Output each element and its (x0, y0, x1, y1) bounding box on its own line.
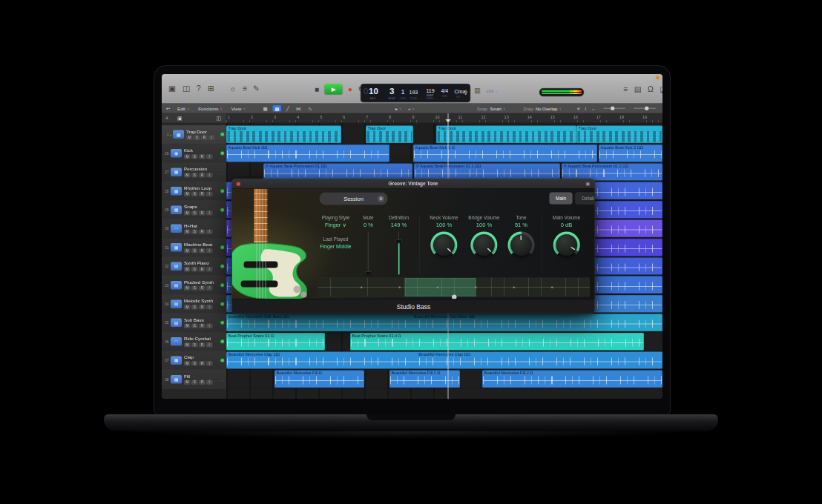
s-button[interactable]: S (191, 192, 198, 197)
i-button[interactable]: I (206, 380, 213, 385)
i-button[interactable]: I (206, 229, 213, 234)
play-button[interactable]: ▶ (325, 84, 343, 95)
region-aquatic-beat-kick[interactable]: Aquatic Beat Kick ΩΩ (226, 145, 389, 162)
slider-thumb[interactable] (365, 271, 372, 275)
r-button[interactable]: R (199, 267, 206, 272)
knob-bridge-volume[interactable] (471, 232, 498, 259)
fit-zoom-icon[interactable]: ↔ (591, 106, 596, 111)
r-button[interactable]: R (201, 135, 208, 140)
menu-functions[interactable]: Functions∨ (198, 106, 223, 111)
i-button[interactable]: I (206, 248, 213, 253)
r-button[interactable]: R (199, 380, 206, 385)
s-button[interactable]: S (191, 173, 198, 178)
track-row-snaps[interactable]: 29▦SnapsMSRI (162, 201, 226, 219)
r-button[interactable]: R (199, 361, 206, 366)
waveform-zoom-icon[interactable]: ✳ (576, 106, 580, 111)
camera-icon[interactable]: ▣ (168, 84, 176, 93)
panels-icon[interactable]: ◫ (183, 84, 190, 93)
i-button[interactable]: I (208, 135, 215, 140)
display-add-icon[interactable]: ⊞ (208, 84, 214, 93)
menu-view[interactable]: View∨ (231, 106, 246, 111)
m-button[interactable]: M (184, 248, 191, 253)
m-button[interactable]: M (184, 342, 191, 348)
r-button[interactable]: R (199, 192, 206, 197)
region-aquatic-beat-kick-1[interactable]: Aquatic Beat Kick.1 Ω (413, 145, 597, 162)
r-button[interactable]: R (199, 342, 206, 348)
i-button[interactable]: I (206, 342, 213, 348)
region-beautiful-memories-fill[interactable]: Beautiful Memories Fill Ω (274, 371, 364, 388)
s-button[interactable]: S (191, 342, 198, 348)
track-row-percussion[interactable]: 27▦PercussionMSRI (162, 163, 226, 182)
track-row-fill[interactable]: 38▦FillMSRI (162, 370, 226, 388)
s-button[interactable]: S (191, 154, 198, 159)
m-button[interactable]: M (184, 286, 191, 291)
s-button[interactable]: S (191, 380, 198, 385)
s-button[interactable]: S (191, 248, 198, 253)
r-button[interactable]: R (199, 210, 206, 216)
stop-button[interactable]: ■ (315, 84, 319, 95)
note-pads-icon[interactable]: ▤ (634, 84, 642, 94)
varispeed-icon[interactable]: ∿ (306, 105, 314, 112)
region-beat-prophet-snare-01-4[interactable]: Beat Prophet Snare 01.4 Ω (350, 333, 644, 350)
m-button[interactable]: M (184, 323, 191, 328)
s-button[interactable]: S (191, 361, 198, 366)
bar-ruler[interactable]: 12345678910111213141516171819 (226, 113, 662, 123)
i-button[interactable]: I (206, 173, 213, 178)
track-row-clap[interactable]: 37▦ClapMSRI (162, 351, 226, 370)
link-icon[interactable]: ▣ (585, 181, 590, 187)
command-click-tool-button[interactable]: +∨ (408, 106, 414, 111)
help-icon[interactable]: ? (197, 84, 201, 93)
catch-playhead-icon[interactable]: ↩ (166, 104, 170, 113)
m-button[interactable]: M (184, 380, 191, 385)
m-button[interactable]: M (184, 305, 191, 310)
track-row-melodic-synth[interactable]: 34▤Melodic SynthMSRI (162, 295, 226, 314)
knob-tone[interactable] (508, 232, 535, 259)
secondary-display-icon[interactable]: ▥ (474, 86, 481, 94)
m-button[interactable]: M (184, 229, 191, 234)
i-button[interactable]: I (206, 323, 213, 328)
region-beautiful-memories-fill-1[interactable]: Beautiful Memories Fill.1 Ω (389, 371, 460, 388)
m-button[interactable]: M (186, 135, 193, 140)
m-button[interactable]: M (184, 173, 191, 178)
i-button[interactable]: I (206, 361, 213, 366)
snap-dropdown[interactable]: Snap: Smart ∨ (477, 104, 505, 113)
region-aquatic-beat-kick-2[interactable]: Aquatic Beat Kick.2 ΩΩ (599, 145, 662, 162)
left-click-tool-button[interactable]: ▸∨ (395, 106, 401, 111)
r-button[interactable]: R (199, 323, 206, 328)
track-row-rhythm-loop[interactable]: 28▦Rhythm LoopMSRI (162, 182, 226, 200)
media-browser-icon[interactable]: ◪ (660, 84, 662, 94)
r-button[interactable]: R (199, 286, 206, 291)
slider-definition[interactable] (394, 232, 403, 275)
track-row-synth-piano[interactable]: 32▤Synth PianoMSRI (162, 257, 226, 276)
s-button[interactable]: S (191, 323, 198, 328)
duplicate-track-button[interactable]: ▣ (177, 113, 183, 123)
track-row-hi-hat[interactable]: 30◠Hi-HatMSRI (162, 219, 226, 238)
vertical-auto-zoom-icon[interactable]: I (585, 106, 587, 111)
param-value[interactable]: 51 % (515, 222, 527, 228)
record-button[interactable]: ● (348, 84, 352, 95)
flex-icon[interactable]: ⋈ (295, 105, 303, 112)
smart-controls-icon[interactable]: ☼ (229, 84, 237, 93)
r-button[interactable]: R (199, 229, 206, 234)
vertical-zoom-slider[interactable] (603, 108, 625, 110)
m-button[interactable]: M (184, 192, 191, 197)
add-track-button[interactable]: + (165, 113, 168, 123)
m-button[interactable]: M (184, 361, 191, 366)
i-button[interactable]: I (206, 154, 213, 159)
region-trap-door[interactable]: Trap Door (366, 126, 413, 143)
track-row-kick[interactable]: 26◉KickMSRI (162, 144, 226, 162)
mixer-icon[interactable]: ≡ (243, 84, 247, 93)
fretboard-display[interactable] (318, 278, 591, 297)
region-trap-door[interactable]: Trap Door (436, 126, 576, 143)
region-beautiful-memories-clap[interactable]: Beautiful Memories Clap ΩΩBeautiful Memo… (226, 351, 662, 368)
i-button[interactable]: I (206, 267, 213, 272)
drag-dropdown[interactable]: Drag: No Overlap ∨ (524, 104, 562, 113)
region-beautiful-memories-fill-2[interactable]: Beautiful Memories Fill.2 Ω (482, 371, 662, 388)
slider-thumb[interactable] (395, 239, 402, 243)
m-button[interactable]: M (184, 210, 191, 216)
region-trap-door[interactable]: Trap Door (576, 126, 662, 143)
i-button[interactable]: I (206, 305, 213, 310)
slider-mute[interactable] (364, 232, 373, 275)
piano-roll-view-icon[interactable]: ▩ (273, 105, 281, 112)
r-button[interactable]: R (199, 305, 206, 310)
